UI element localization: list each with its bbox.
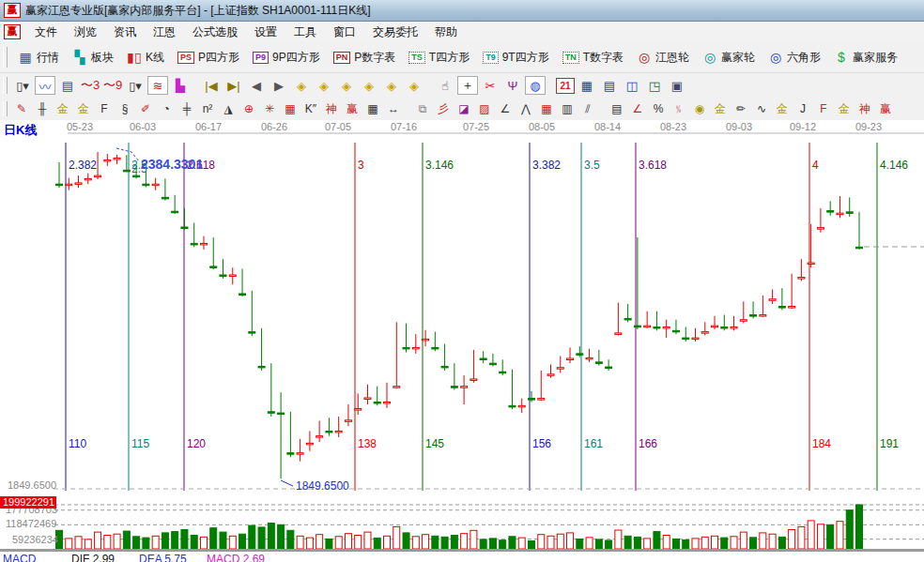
expand-all-diamond-button[interactable]: ◈	[381, 76, 402, 95]
volume-bar[interactable]	[760, 533, 766, 549]
gold-gann-icon[interactable]: 金	[54, 100, 72, 117]
volume-bar[interactable]	[133, 537, 140, 549]
candle[interactable]	[837, 213, 843, 215]
n-square-icon[interactable]: n²	[198, 100, 217, 117]
candle[interactable]	[577, 354, 583, 356]
menu-item-公式选股[interactable]: 公式选股	[184, 23, 246, 42]
shen-tool-icon[interactable]: 神	[322, 100, 341, 117]
calculator-icon[interactable]: ▦	[577, 76, 597, 95]
gann-grid-icon[interactable]: ╫	[33, 100, 52, 117]
red-pattern-icon[interactable]: ≋	[147, 76, 168, 95]
sectors-button[interactable]: ▚板块	[66, 48, 120, 68]
candle[interactable]	[423, 339, 429, 341]
volume-bar[interactable]	[837, 522, 843, 549]
candle[interactable]	[75, 183, 82, 185]
zoom-diamond-button[interactable]: ◈	[404, 76, 424, 95]
volume-bar[interactable]	[740, 532, 747, 549]
kline-chart-pane[interactable]: 日K线 05-2306-0306-1706-2607-0507-1607-250…	[0, 120, 924, 562]
candle[interactable]	[654, 327, 660, 328]
notes-icon[interactable]: ▤	[57, 76, 78, 95]
shen-angle-icon[interactable]: 神	[855, 100, 874, 117]
volume-bar[interactable]	[654, 532, 660, 549]
candle[interactable]	[769, 299, 776, 301]
volume-bar[interactable]	[615, 530, 622, 549]
percent-list-icon[interactable]: ▤	[608, 100, 626, 117]
candle[interactable]	[143, 184, 149, 186]
volume-bar[interactable]	[595, 539, 602, 549]
candle[interactable]	[846, 212, 853, 214]
candle[interactable]	[489, 363, 496, 365]
candle[interactable]	[220, 275, 226, 277]
volume-bar[interactable]	[249, 525, 255, 549]
volume-bar[interactable]	[172, 532, 178, 549]
ninep-square-button[interactable]: P99P四方形	[246, 48, 327, 68]
candle[interactable]	[85, 178, 91, 180]
candle[interactable]	[432, 347, 439, 349]
candle[interactable]	[470, 379, 477, 381]
t-number-table-button[interactable]: TNT数字表	[556, 48, 630, 68]
f-angle-icon[interactable]: F	[814, 100, 833, 117]
candle[interactable]	[518, 405, 525, 407]
candle[interactable]	[152, 184, 159, 186]
candle[interactable]	[249, 332, 255, 334]
pane-separator[interactable]	[0, 549, 924, 552]
candle[interactable]	[133, 175, 140, 177]
candle[interactable]	[287, 453, 294, 455]
candle[interactable]	[750, 315, 757, 317]
volume-bar[interactable]	[712, 536, 718, 549]
percent-line-icon[interactable]: ﹪	[670, 100, 688, 117]
candle[interactable]	[615, 333, 622, 335]
volume-bar[interactable]	[152, 536, 159, 549]
candle[interactable]	[451, 387, 457, 388]
volume-bar[interactable]	[663, 536, 670, 550]
save-icon[interactable]: ◫	[622, 76, 642, 95]
volume-bar[interactable]	[412, 537, 419, 549]
maze-tool-button[interactable]: ◍	[525, 76, 546, 95]
prev-bar-button[interactable]: ◀	[246, 76, 267, 95]
volume-bar[interactable]	[557, 534, 563, 549]
volume-bar[interactable]	[95, 532, 101, 549]
volume-bar[interactable]	[538, 535, 545, 549]
percent-angle-icon[interactable]: ∠	[628, 100, 647, 117]
volume-bar[interactable]	[75, 537, 82, 549]
volume-bar[interactable]	[451, 536, 457, 550]
volume-bar[interactable]	[364, 532, 371, 549]
volume-bar[interactable]	[355, 536, 362, 550]
candle[interactable]	[480, 358, 486, 360]
volume-bar[interactable]	[335, 537, 342, 549]
volume-bar[interactable]	[789, 530, 795, 549]
candle[interactable]	[306, 443, 313, 445]
wave-box-icon[interactable]: ∿	[752, 100, 771, 117]
candle[interactable]	[412, 347, 419, 349]
candle[interactable]	[268, 412, 274, 414]
volume-bar[interactable]	[461, 534, 468, 549]
notepad-icon[interactable]: ▤	[599, 76, 620, 95]
kline-button[interactable]: ▮▯K线	[120, 48, 171, 68]
wave-9-icon[interactable]: 〜9	[102, 76, 123, 95]
scissors-tool-button[interactable]: ✂	[480, 76, 500, 95]
candle[interactable]	[701, 332, 708, 334]
volume-bar[interactable]	[692, 539, 699, 549]
menu-item-江恩[interactable]: 江恩	[145, 23, 184, 42]
first-bar-button[interactable]: |◀	[201, 76, 222, 95]
volume-bar[interactable]	[316, 535, 323, 549]
candle[interactable]	[683, 338, 689, 340]
volume-bar[interactable]	[345, 534, 351, 549]
candle[interactable]	[403, 347, 409, 349]
winner-service-button[interactable]: $赢家服务	[827, 48, 904, 68]
kline-style-dropdown[interactable]: ▯▾	[12, 76, 33, 95]
trend-lines-icon[interactable]: ∠	[496, 100, 515, 117]
candle[interactable]	[95, 175, 101, 177]
menu-item-文件[interactable]: 文件	[26, 23, 66, 42]
clock-cycle-icon[interactable]: ◔	[157, 100, 176, 117]
volume-bar[interactable]	[567, 533, 574, 549]
price-grid-icon[interactable]: ▦	[537, 100, 556, 117]
fib-grid-icon[interactable]: F	[95, 100, 114, 117]
volume-bar[interactable]	[606, 540, 612, 549]
candle[interactable]	[364, 398, 371, 400]
volume-bar[interactable]	[731, 537, 737, 549]
candle[interactable]	[326, 431, 332, 433]
volume-bar[interactable]	[509, 537, 516, 549]
volume-bar[interactable]	[518, 538, 525, 549]
volume-bar[interactable]	[268, 524, 274, 550]
